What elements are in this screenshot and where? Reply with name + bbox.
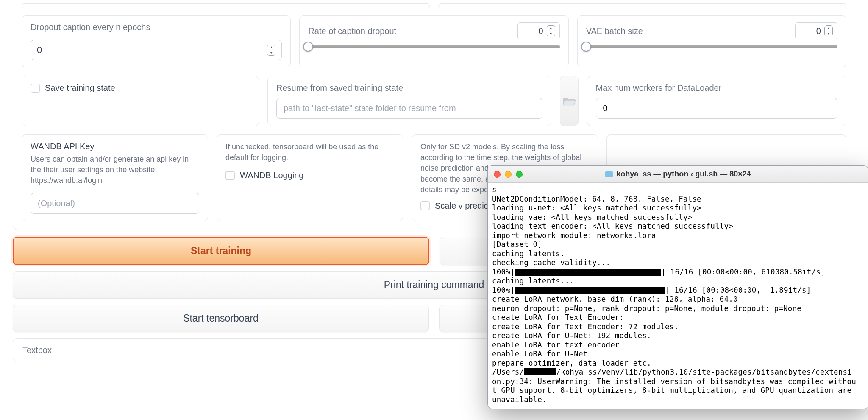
wandb-key-input[interactable] (31, 193, 199, 214)
terminal-title: kohya_ss — python ‹ gui.sh — 80×24 (488, 170, 868, 179)
dropout-caption-epochs-field: Dropout caption every n epochs ▲ ▼ (22, 15, 291, 67)
window-maximize-icon[interactable] (516, 171, 523, 178)
label: WANDB API Key (31, 142, 199, 151)
label: Textbox (22, 345, 52, 355)
wandb-logging-desc: If unchecked, tensorboard will be used a… (225, 142, 394, 163)
label: Save training state (45, 83, 115, 93)
wandb-logging-checkbox[interactable] (225, 171, 235, 180)
stepper-down-icon[interactable]: ▼ (267, 50, 275, 56)
label: Max num workers for DataLoader (596, 83, 837, 93)
wandb-key-field: WANDB API Key Users can obtain and/or ge… (22, 134, 208, 221)
resume-state-input[interactable] (276, 98, 542, 119)
folder-icon (605, 171, 613, 177)
resume-folder-button[interactable] (560, 76, 579, 126)
stepper[interactable]: ▲ ▼ (267, 45, 275, 56)
stepper-up-icon[interactable]: ▲ (547, 26, 555, 31)
label: Resume from saved training state (276, 83, 542, 93)
vae-batch-slider[interactable] (586, 45, 837, 48)
stepper-up-icon[interactable]: ▲ (267, 45, 275, 50)
start-training-button[interactable]: Start training (13, 237, 429, 265)
wandb-key-desc: Users can obtain and/or generate an api … (31, 154, 199, 186)
caption-dropout-rate-value[interactable]: 0 ▲ ▼ (517, 22, 560, 39)
input[interactable] (37, 45, 267, 56)
slider-thumb[interactable] (581, 42, 591, 52)
dropout-caption-epochs-input[interactable]: ▲ ▼ (31, 40, 282, 60)
max-workers-field: Max num workers for DataLoader (587, 76, 846, 126)
stepper-up-icon[interactable]: ▲ (825, 26, 832, 31)
scale-v-checkbox[interactable] (420, 201, 430, 210)
save-training-state-checkbox[interactable] (31, 84, 40, 93)
window-minimize-icon[interactable] (505, 171, 512, 178)
label: Rate of caption dropout (308, 26, 510, 36)
terminal-output: s UNet2DConditionModel: 64, 8, 768, Fals… (488, 183, 868, 409)
start-tensorboard-button[interactable]: Start tensorboard (13, 305, 429, 332)
stepper[interactable]: ▲ ▼ (824, 25, 833, 36)
stepper-down-icon[interactable]: ▼ (825, 31, 832, 36)
max-workers-input[interactable] (596, 98, 837, 119)
folder-open-icon (562, 95, 576, 107)
stepper[interactable]: ▲ ▼ (547, 25, 555, 36)
vae-batch-field: VAE batch size 0 ▲ ▼ (577, 15, 846, 67)
resume-state-field: Resume from saved training state (267, 76, 551, 126)
terminal-titlebar[interactable]: kohya_ss — python ‹ gui.sh — 80×24 (488, 166, 868, 183)
label: Scale v predic (435, 201, 488, 211)
slider-thumb[interactable] (303, 42, 313, 52)
caption-dropout-rate-field: Rate of caption dropout 0 ▲ ▼ (299, 15, 568, 67)
wandb-logging-field: If unchecked, tensorboard will be used a… (217, 134, 403, 221)
save-training-state-field: Save training state (22, 76, 259, 126)
label: WANDB Logging (240, 171, 303, 180)
terminal-window[interactable]: kohya_ss — python ‹ gui.sh — 80×24 s UNe… (487, 165, 868, 409)
stepper-down-icon[interactable]: ▼ (547, 31, 555, 36)
vae-batch-value[interactable]: 0 ▲ ▼ (795, 22, 837, 39)
label: VAE batch size (586, 26, 788, 36)
window-close-icon[interactable] (494, 171, 501, 178)
label: Dropout caption every n epochs (31, 22, 282, 32)
caption-dropout-rate-slider[interactable] (308, 45, 559, 48)
